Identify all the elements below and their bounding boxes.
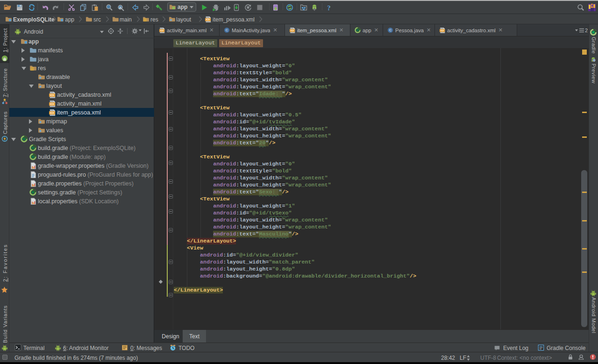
svg-text:?: ? (327, 4, 331, 11)
svg-text:<>: <> (291, 29, 294, 32)
svg-text:<>: <> (50, 111, 54, 115)
svg-text:<>: <> (206, 18, 210, 21)
svg-text:<>: <> (160, 29, 164, 32)
svg-text:<>: <> (50, 93, 54, 97)
svg-text:<>: <> (50, 102, 54, 106)
svg-text:<>: <> (441, 29, 444, 32)
svg-text:C: C (226, 28, 228, 32)
svg-text:C: C (389, 28, 392, 32)
svg-text:A: A (119, 6, 122, 10)
